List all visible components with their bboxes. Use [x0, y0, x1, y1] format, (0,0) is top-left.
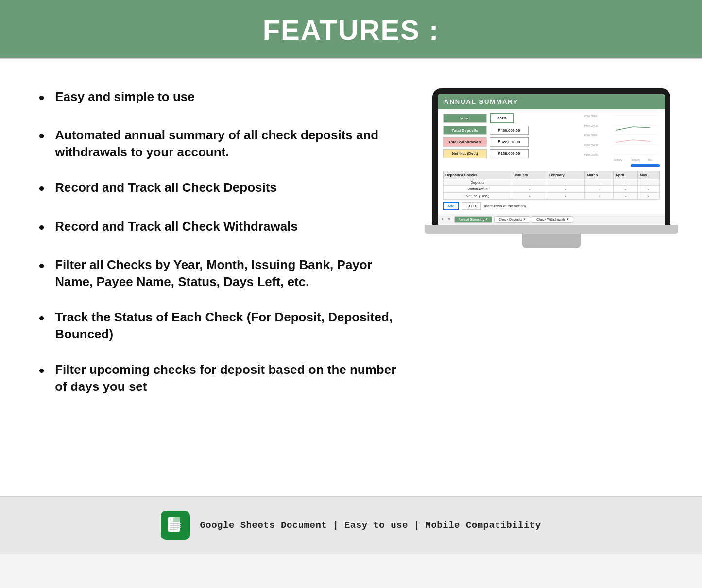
net-inc-value: ₱138,000.00 — [490, 149, 529, 158]
year-row: Year: 2023 — [443, 113, 580, 123]
feature-item-4: Filter all Checks by Year, Month, Issuin… — [39, 256, 411, 290]
svg-text:₱100,000.00: ₱100,000.00 — [584, 153, 598, 156]
laptop-screen-inner: ANNUAL SUMMARY Year: 2023 Tota — [438, 94, 665, 225]
svg-rect-17 — [170, 527, 181, 528]
table-cell-0-1: - — [547, 179, 584, 186]
total-deposits-value: ₱460,000.00 — [490, 126, 529, 135]
svg-text:₱300,000.00: ₱300,000.00 — [584, 134, 598, 137]
total-withdrawals-value: ₱322,000.00 — [490, 137, 529, 147]
table-cell-0-4: - — [638, 179, 660, 186]
table-cell-1-0: - — [512, 186, 547, 193]
table-cell-2-4: - — [638, 193, 660, 200]
laptop-base — [425, 225, 678, 234]
table-row-1: Withdrawals----- — [444, 186, 660, 193]
col-header-apr: April — [614, 171, 638, 179]
table-cell-2-2: - — [585, 193, 614, 200]
table-cell-2-1: - — [547, 193, 584, 200]
svg-text:₱200,000.00: ₱200,000.00 — [584, 144, 598, 147]
net-inc-label: Net Inc. (Dec.) — [443, 149, 487, 158]
col-header-label: Deposited Checks — [444, 171, 512, 179]
sheet-header: ANNUAL SUMMARY — [438, 94, 665, 109]
chart-svg: ₱500,000.00 ₱400,000.00 ₱300,000.00 ₱200… — [584, 113, 660, 162]
rows-suffix-text: more rows at the bottom — [484, 204, 526, 208]
total-deposits-label: Total Deposits — [443, 126, 487, 135]
add-rows-button[interactable]: Add — [443, 202, 459, 210]
feature-item-1: Automated annual summary of all check de… — [39, 127, 411, 161]
table-cell-2-3: - — [614, 193, 638, 200]
page-header: FEATURES : — [0, 0, 702, 59]
left-controls: Year: 2023 Total Deposits ₱460,000.00 To… — [443, 113, 580, 161]
svg-text:₱500,000.00: ₱500,000.00 — [584, 115, 598, 118]
tab-annual-summary[interactable]: Annual Summary ▾ — [454, 216, 493, 223]
svg-rect-14 — [173, 517, 180, 522]
footer-text: Google Sheets Document | Easy to use | M… — [200, 520, 541, 531]
year-label: Year: — [443, 114, 487, 123]
table-cell-0-0: - — [512, 179, 547, 186]
tab-plus-icon[interactable]: + — [441, 217, 444, 222]
table-cell-label-0: Deposits — [444, 179, 512, 186]
sheets-icon-svg — [166, 516, 185, 535]
tab-check-deposits-arrow: ▾ — [524, 218, 526, 221]
col-header-feb: February — [547, 171, 584, 179]
table-cell-0-3: - — [614, 179, 638, 186]
rows-count-input[interactable] — [462, 202, 481, 210]
net-inc-row: Net Inc. (Dec.) ₱138,000.00 — [443, 149, 580, 158]
feature-item-3: Record and Track all Check Withdrawals — [39, 218, 411, 238]
laptop-screen-outer: ANNUAL SUMMARY Year: 2023 Tota — [432, 88, 670, 225]
sheet-tabs: + ≡ Annual Summary ▾ Check Deposits ▾ Ch… — [438, 214, 665, 225]
tab-check-deposits[interactable]: Check Deposits ▾ — [494, 216, 530, 223]
svg-text:Mar...: Mar... — [648, 158, 654, 161]
total-withdrawals-row: Total Withdrawals ₱322,000.00 — [443, 137, 580, 147]
main-content: Easy and simple to useAutomated annual s… — [0, 59, 702, 496]
col-header-jan: January — [512, 171, 547, 179]
col-header-mar: March — [585, 171, 614, 179]
features-ul: Easy and simple to useAutomated annual s… — [39, 88, 411, 395]
col-header-may: May — [638, 171, 660, 179]
table-row-0: Deposits----- — [444, 179, 660, 186]
scroll-indicator[interactable] — [631, 164, 660, 167]
tab-annual-summary-label: Annual Summary — [459, 218, 485, 221]
feature-item-2: Record and Track all Check Deposits — [39, 179, 411, 199]
table-cell-0-2: - — [585, 179, 614, 186]
svg-rect-18 — [170, 529, 177, 530]
table-cell-1-1: - — [547, 186, 584, 193]
table-cell-1-2: - — [585, 186, 614, 193]
table-cell-label-1: Withdrawals — [444, 186, 512, 193]
table-cell-label-2: Net Inc. (Dec.) — [444, 193, 512, 200]
table-row-2: Net Inc. (Dec.)----- — [444, 193, 660, 200]
footer: Google Sheets Document | Easy to use | M… — [0, 496, 702, 554]
sheet-body: Year: 2023 Total Deposits ₱460,000.00 To… — [438, 109, 665, 214]
table-header-row: Deposited Checks January February March … — [444, 171, 660, 179]
tab-check-withdrawals-label: Check Withdrawals — [536, 218, 565, 221]
year-value[interactable]: 2023 — [490, 113, 514, 123]
tab-check-withdrawals[interactable]: Check Withdrawals ▾ — [532, 216, 573, 223]
laptop-mockup: ANNUAL SUMMARY Year: 2023 Tota — [430, 88, 673, 472]
table-cell-2-0: - — [512, 193, 547, 200]
total-deposits-row: Total Deposits ₱460,000.00 — [443, 126, 580, 135]
page-title: FEATURES : — [0, 14, 702, 46]
svg-text:January: January — [614, 158, 622, 161]
tab-check-withdrawals-arrow: ▾ — [567, 218, 569, 221]
svg-text:₱400,000.00: ₱400,000.00 — [584, 124, 598, 127]
total-withdrawals-label: Total Withdrawals — [443, 137, 487, 147]
table-cell-1-3: - — [614, 186, 638, 193]
svg-text:February: February — [631, 158, 641, 161]
feature-item-6: Filter upcoming checks for deposit based… — [39, 361, 411, 395]
feature-item-5: Track the Status of Each Check (For Depo… — [39, 309, 411, 343]
feature-item-0: Easy and simple to use — [39, 88, 411, 108]
laptop-stand — [522, 234, 581, 248]
summary-table: Deposited Checks January February March … — [443, 171, 660, 200]
tab-annual-summary-arrow: ▾ — [486, 218, 488, 221]
content-section: Year: 2023 Total Deposits ₱460,000.00 To… — [443, 113, 660, 162]
chart-area: ₱500,000.00 ₱400,000.00 ₱300,000.00 ₱200… — [584, 113, 660, 162]
svg-rect-15 — [170, 523, 181, 524]
google-sheets-icon — [161, 511, 190, 540]
add-row-area: Add more rows at the bottom — [443, 202, 660, 210]
features-list: Easy and simple to useAutomated annual s… — [39, 84, 411, 472]
svg-rect-16 — [170, 525, 181, 526]
table-cell-1-4: - — [638, 186, 660, 193]
tab-check-deposits-label: Check Deposits — [498, 218, 522, 221]
tab-menu-icon[interactable]: ≡ — [447, 217, 450, 222]
